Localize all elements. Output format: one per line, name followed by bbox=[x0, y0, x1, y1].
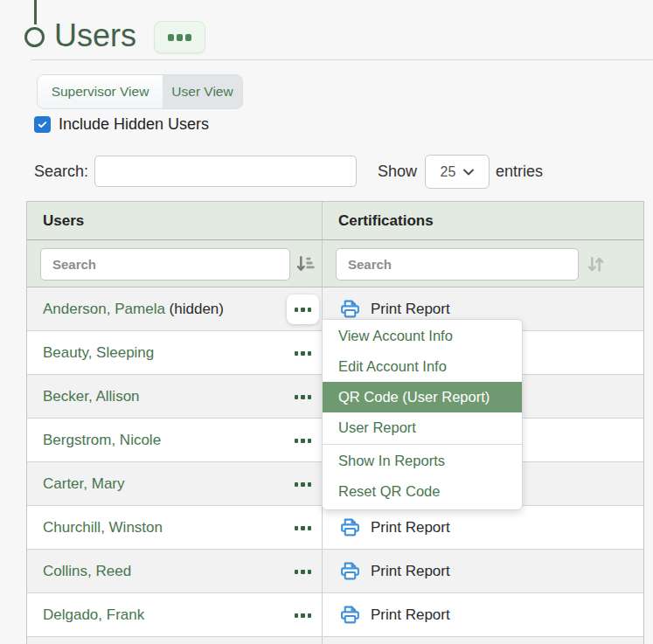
users-page: Users Supervisor View User View Include … bbox=[0, 0, 653, 644]
view-tabs: Supervisor View User View bbox=[37, 74, 243, 109]
table-row: Churchill, Winston Print Report bbox=[27, 506, 643, 550]
ellipsis-icon bbox=[295, 613, 312, 618]
print-report-link[interactable]: Print Report bbox=[339, 298, 450, 320]
search-label: Search: bbox=[34, 163, 88, 181]
sort-toggle-icon[interactable] bbox=[585, 253, 607, 275]
user-name-link[interactable]: Bergstrom, Nicole bbox=[43, 432, 161, 449]
checkmark-icon bbox=[37, 119, 48, 130]
page-actions-button[interactable] bbox=[154, 21, 205, 53]
row-actions-button[interactable] bbox=[287, 557, 319, 586]
printer-icon bbox=[339, 516, 361, 538]
user-name-link[interactable]: Anderson, Pamela bbox=[43, 301, 165, 318]
users-search-cell bbox=[27, 240, 323, 287]
tab-user-view[interactable]: User View bbox=[163, 75, 242, 108]
entries-label: entries bbox=[496, 163, 543, 181]
row-actions-button[interactable] bbox=[287, 513, 319, 543]
menu-divider bbox=[323, 444, 522, 445]
ellipsis-icon bbox=[295, 482, 312, 487]
include-hidden-users-row: Include Hidden Users bbox=[34, 115, 209, 134]
menu-item-view-account-info[interactable]: View Account Info bbox=[323, 321, 522, 351]
row-actions-button[interactable] bbox=[287, 426, 319, 455]
row-actions-button[interactable] bbox=[287, 382, 319, 412]
printer-icon bbox=[339, 298, 361, 320]
menu-item-user-report[interactable]: User Report bbox=[323, 412, 522, 443]
hidden-flag-label: (hidden) bbox=[165, 301, 224, 318]
print-report-link[interactable]: Print Report bbox=[339, 604, 450, 626]
menu-item-qr-code-user-report[interactable]: QR Code (User Report) bbox=[323, 382, 522, 412]
column-header-certifications[interactable]: Certifications bbox=[323, 202, 643, 239]
ellipsis-icon bbox=[295, 351, 312, 356]
table-header-row: Users Certifications bbox=[27, 202, 643, 240]
row-actions-button[interactable] bbox=[287, 600, 319, 630]
table-row: Delgado, Frank Print Report bbox=[27, 593, 643, 637]
show-label: Show bbox=[378, 163, 417, 181]
user-name-link[interactable]: Becker, Allison bbox=[43, 388, 140, 405]
row-actions-menu: View Account Info Edit Account Info QR C… bbox=[322, 319, 523, 510]
chevron-down-icon bbox=[463, 169, 474, 176]
page-size-select[interactable]: 25 bbox=[425, 155, 490, 189]
certifications-column-search-input[interactable] bbox=[336, 248, 579, 280]
row-actions-button[interactable] bbox=[287, 469, 319, 499]
ellipsis-icon bbox=[295, 526, 312, 530]
tree-node-circle-icon bbox=[24, 27, 45, 47]
printer-icon bbox=[339, 560, 361, 582]
tab-supervisor-view[interactable]: Supervisor View bbox=[38, 75, 163, 108]
sort-descending-icon[interactable] bbox=[295, 253, 316, 275]
ellipsis-icon bbox=[295, 570, 312, 574]
row-actions-button[interactable] bbox=[287, 338, 319, 368]
table-row: Collins, Reed Print Report bbox=[27, 550, 643, 593]
filter-bar: Search: Show 25 entries bbox=[0, 154, 653, 190]
menu-item-reset-qr-code[interactable]: Reset QR Code bbox=[323, 476, 522, 507]
user-name-link[interactable]: Beauty, Sleeping bbox=[43, 344, 154, 362]
ellipsis-icon bbox=[295, 308, 312, 312]
table-row-partial bbox=[27, 637, 643, 644]
print-report-link[interactable]: Print Report bbox=[339, 516, 450, 538]
tree-connector-line bbox=[34, 0, 37, 24]
user-name-link[interactable]: Collins, Reed bbox=[43, 563, 131, 580]
users-column-search-input[interactable] bbox=[40, 248, 290, 280]
column-header-users[interactable]: Users bbox=[27, 202, 323, 239]
menu-item-edit-account-info[interactable]: Edit Account Info bbox=[323, 351, 522, 382]
table-search-row bbox=[27, 240, 643, 287]
ellipsis-icon bbox=[295, 395, 312, 399]
user-name-link[interactable]: Churchill, Winston bbox=[43, 519, 163, 537]
printer-icon bbox=[339, 604, 361, 626]
page-size-value: 25 bbox=[441, 164, 456, 180]
global-search-input[interactable] bbox=[94, 156, 357, 187]
certifications-search-cell bbox=[323, 240, 643, 287]
print-report-link[interactable]: Print Report bbox=[339, 560, 450, 582]
include-hidden-label: Include Hidden Users bbox=[59, 115, 209, 134]
page-title: Users bbox=[54, 18, 136, 53]
ellipsis-icon bbox=[168, 34, 191, 41]
ellipsis-icon bbox=[295, 439, 312, 443]
header-divider bbox=[31, 59, 653, 60]
menu-item-show-in-reports[interactable]: Show In Reports bbox=[323, 446, 522, 476]
row-actions-button[interactable] bbox=[287, 294, 319, 324]
include-hidden-checkbox[interactable] bbox=[34, 116, 51, 133]
user-name-link[interactable]: Carter, Mary bbox=[43, 475, 125, 493]
user-name-link[interactable]: Delgado, Frank bbox=[43, 606, 144, 624]
